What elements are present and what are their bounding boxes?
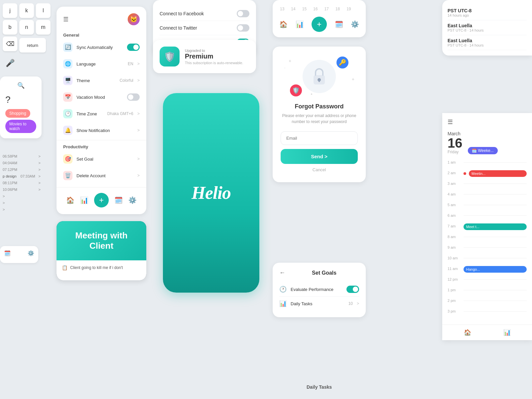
settings-row-timezone[interactable]: 🕐 Time Zone Dhaka GMT+6 > (57, 105, 146, 122)
calendar-top-panel: 13 14 15 16 17 18 19 13 14 15 16 17 18 1… (273, 0, 366, 37)
timezone-panel: PST UTC-8 14 hours ago East Luella PST U… (442, 0, 532, 56)
tz-sub-2: PST UTC-8 · 14 hours (448, 43, 527, 47)
meeting-card-body: 📋 Client going to kill me if i don't (57, 260, 146, 280)
plus-dot-2: + (352, 76, 354, 82)
daily-tasks-label: Daily Tasks (307, 384, 332, 390)
agenda-stats-icon[interactable]: 📊 (503, 329, 511, 336)
settings-row-setgoal[interactable]: 🎯 Set Goal > (57, 151, 146, 167)
recent-arrow-extra[interactable]: > (3, 207, 5, 211)
tl-time: 2 am (448, 170, 461, 175)
cal-add-button[interactable]: + (312, 17, 327, 32)
mini-card-bottom: 🗓️ ⚙️ (0, 246, 38, 263)
recent-arrow-extra[interactable]: > (3, 201, 5, 205)
home-icon[interactable]: 🏠 (66, 196, 74, 204)
recent-arrow[interactable]: > (39, 168, 41, 172)
tl-time: 3 pm (448, 309, 461, 313)
evaluate-toggle[interactable] (346, 286, 359, 293)
chip-movies[interactable]: Movies to watch (5, 120, 36, 133)
cal-cal-icon[interactable]: 🗓️ (335, 20, 343, 28)
sync-toggle[interactable] (127, 44, 140, 51)
recent-arrow[interactable]: > (39, 181, 41, 185)
evaluate-icon: 🕐 (279, 286, 287, 293)
hamburger-icon[interactable]: ☰ (63, 16, 68, 23)
goals-back-arrow[interactable]: ← (279, 269, 285, 276)
cancel-link[interactable]: Cancel (281, 167, 358, 172)
recent-arrow[interactable]: > (39, 154, 41, 158)
email-input[interactable] (281, 131, 358, 145)
tl-event-meet[interactable]: Meet t... (464, 223, 527, 230)
tz-sub-1: PST UTC-8 · 14 hours (448, 28, 527, 32)
stats-cal-icon[interactable]: 📊 (296, 20, 304, 28)
agenda-week-label: Weeke... (478, 148, 494, 153)
settings-panel: ☰ 🐱 General 🔄 Sync Automatically 🌐 Langu… (57, 7, 146, 214)
twitter-toggle[interactable] (237, 24, 249, 32)
key-l[interactable]: l (36, 3, 51, 18)
meeting-card: Meeting with Client 📋 Client going to ki… (57, 221, 146, 280)
tl-time: 11 am (448, 266, 461, 271)
tl-time: 6 am (448, 213, 461, 217)
key-b[interactable]: b (3, 20, 17, 35)
meeting-body-icon: 📋 (62, 265, 67, 270)
settings-row-vacation[interactable]: 📅 Vacation Mood (57, 89, 146, 105)
helio-logo: Helio (192, 183, 231, 203)
stats-icon[interactable]: 📊 (80, 196, 88, 204)
tl-row-1pm: 1 pm (448, 287, 527, 298)
question-mark: ? (5, 94, 36, 105)
key-mic[interactable]: 🎤 (3, 56, 17, 70)
home-cal-icon[interactable]: 🏠 (279, 20, 288, 28)
settings-row-delete[interactable]: 🗑️ Delete Account > (57, 167, 146, 184)
recent-arrow[interactable]: > (39, 161, 41, 165)
tl-time: 5 am (448, 202, 461, 207)
calendar-icon[interactable]: 🗓️ (114, 196, 123, 204)
agenda-home-icon[interactable]: 🏠 (464, 329, 471, 336)
tag-chips: Shopping Movies to watch (5, 109, 36, 133)
tl-row-6am: 6 am (448, 213, 527, 223)
settings-row-theme[interactable]: 🖥️ Theme Colorful > (57, 72, 146, 89)
tl-event-meeting[interactable]: Meetin... (469, 170, 527, 177)
agenda-week-button[interactable]: 🗓️ Weeke... (468, 147, 498, 154)
social-row-twitter: Connect to Twitter (160, 21, 249, 35)
recent-arrow-extra[interactable]: > (3, 194, 5, 198)
timezone-arrow: > (137, 111, 140, 116)
recent-time: 10:06PM (3, 188, 17, 192)
agenda-hamburger[interactable]: ☰ (448, 118, 453, 126)
set-goals-panel: ← Set Goals 🕐 Evaluate Performance 📊 Dai… (273, 263, 366, 317)
goal-row-daily: 📊 Daily Tasks 10 > (279, 297, 359, 311)
settings-row-sync[interactable]: 🔄 Sync Automatically (57, 39, 146, 56)
search-icon: 🔍 (17, 82, 25, 89)
tl-event-hango[interactable]: Hango... (464, 266, 527, 273)
key-n[interactable]: n (19, 20, 34, 35)
tl-row-8am: 8 am (448, 234, 527, 245)
recent-item: 04:04AM > (3, 160, 41, 166)
recent-time: 08:11PM (3, 181, 17, 185)
delete-label: Delete Account (76, 173, 133, 178)
vacation-toggle[interactable] (127, 93, 140, 101)
key-j[interactable]: j (3, 3, 17, 18)
timezone-icon: 🕐 (63, 109, 72, 118)
tl-time: 8 am (448, 234, 461, 239)
chip-shopping[interactable]: Shopping (5, 109, 30, 118)
key-backspace[interactable]: ⌫ (3, 37, 17, 51)
recent-arrow[interactable]: > (39, 188, 41, 192)
recent-arrow[interactable]: > (39, 174, 41, 178)
key-k[interactable]: k (19, 3, 34, 18)
tl-time: 1 pm (448, 287, 461, 292)
settings-row-notification[interactable]: 🔔 Show Notification > (57, 122, 146, 139)
recent-item: > (3, 193, 41, 200)
gear-icon[interactable]: ⚙️ (128, 196, 137, 204)
send-button[interactable]: Send > (281, 149, 358, 164)
daily-tasks-footer: Daily Tasks (273, 384, 366, 390)
tl-row-5am: 5 am (448, 202, 527, 213)
settings-row-language[interactable]: 🌐 Language EN > (57, 56, 146, 72)
key-return[interactable]: return (19, 38, 46, 53)
key-m[interactable]: m (36, 20, 51, 35)
daily-arrow[interactable]: > (357, 301, 359, 306)
settings-cal-icon[interactable]: ⚙️ (351, 20, 359, 28)
agenda-date-header: March 16 Friday 🗓️ Weeke... (442, 126, 532, 157)
tl-row-2am: 2 am Meetin... (448, 170, 527, 181)
mini-card-icon1: 🗓️ (4, 250, 11, 256)
facebook-toggle[interactable] (237, 10, 249, 17)
tl-row-9am: 9 am (448, 245, 527, 255)
add-fab-button[interactable]: + (94, 193, 109, 207)
tl-row-10am: 10 am (448, 255, 527, 266)
